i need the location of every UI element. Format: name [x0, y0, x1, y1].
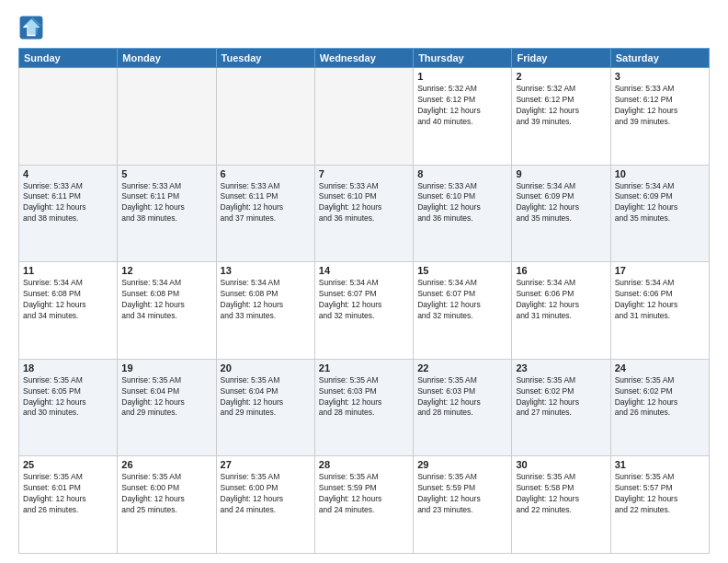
day-info: Sunrise: 5:34 AM Sunset: 6:06 PM Dayligh…: [615, 278, 705, 322]
day-number: 10: [615, 168, 705, 179]
calendar-cell: 8Sunrise: 5:33 AM Sunset: 6:10 PM Daylig…: [414, 165, 512, 262]
day-number: 29: [417, 459, 507, 470]
calendar-cell: [19, 68, 118, 166]
day-info: Sunrise: 5:35 AM Sunset: 6:02 PM Dayligh…: [516, 375, 606, 419]
day-number: 30: [516, 459, 606, 470]
day-number: 3: [615, 71, 705, 82]
column-headers: SundayMondayTuesdayWednesdayThursdayFrid…: [19, 49, 710, 68]
day-info: Sunrise: 5:34 AM Sunset: 6:08 PM Dayligh…: [23, 278, 113, 322]
column-header-tuesday: Tuesday: [216, 49, 314, 68]
day-number: 13: [221, 265, 311, 276]
calendar-cell: [314, 68, 413, 166]
day-info: Sunrise: 5:35 AM Sunset: 6:04 PM Dayligh…: [121, 375, 211, 419]
calendar-cell: 9Sunrise: 5:34 AM Sunset: 6:09 PM Daylig…: [512, 165, 610, 262]
day-number: 24: [615, 362, 705, 373]
column-header-sunday: Sunday: [19, 49, 118, 68]
day-number: 2: [516, 71, 606, 82]
day-info: Sunrise: 5:33 AM Sunset: 6:10 PM Dayligh…: [417, 181, 507, 225]
page: SundayMondayTuesdayWednesdayThursdayFrid…: [0, 0, 728, 563]
day-info: Sunrise: 5:34 AM Sunset: 6:08 PM Dayligh…: [121, 278, 211, 322]
week-row-4: 18Sunrise: 5:35 AM Sunset: 6:05 PM Dayli…: [19, 359, 710, 456]
calendar-cell: 24Sunrise: 5:35 AM Sunset: 6:02 PM Dayli…: [610, 359, 709, 456]
calendar-cell: 18Sunrise: 5:35 AM Sunset: 6:05 PM Dayli…: [19, 359, 118, 456]
calendar-cell: 31Sunrise: 5:35 AM Sunset: 5:57 PM Dayli…: [610, 456, 709, 554]
week-row-3: 11Sunrise: 5:34 AM Sunset: 6:08 PM Dayli…: [19, 262, 710, 360]
day-info: Sunrise: 5:35 AM Sunset: 6:03 PM Dayligh…: [319, 375, 409, 419]
calendar-cell: 1Sunrise: 5:32 AM Sunset: 6:12 PM Daylig…: [414, 68, 512, 166]
calendar-cell: 29Sunrise: 5:35 AM Sunset: 5:59 PM Dayli…: [414, 456, 512, 554]
calendar-cell: 30Sunrise: 5:35 AM Sunset: 5:58 PM Dayli…: [512, 456, 610, 554]
day-info: Sunrise: 5:33 AM Sunset: 6:11 PM Dayligh…: [121, 181, 211, 225]
calendar-cell: 12Sunrise: 5:34 AM Sunset: 6:08 PM Dayli…: [118, 262, 216, 360]
day-number: 25: [23, 459, 113, 470]
day-number: 7: [319, 168, 409, 179]
day-info: Sunrise: 5:35 AM Sunset: 6:04 PM Dayligh…: [221, 375, 311, 419]
day-info: Sunrise: 5:35 AM Sunset: 6:02 PM Dayligh…: [615, 375, 705, 419]
column-header-saturday: Saturday: [610, 49, 709, 68]
day-number: 22: [417, 362, 507, 373]
calendar-cell: 25Sunrise: 5:35 AM Sunset: 6:01 PM Dayli…: [19, 456, 118, 554]
week-row-2: 4Sunrise: 5:33 AM Sunset: 6:11 PM Daylig…: [19, 165, 710, 262]
day-number: 15: [417, 265, 507, 276]
day-number: 12: [121, 265, 211, 276]
calendar-cell: 17Sunrise: 5:34 AM Sunset: 6:06 PM Dayli…: [610, 262, 709, 360]
day-info: Sunrise: 5:35 AM Sunset: 6:05 PM Dayligh…: [23, 375, 113, 419]
day-number: 8: [417, 168, 507, 179]
day-number: 23: [516, 362, 606, 373]
day-info: Sunrise: 5:33 AM Sunset: 6:12 PM Dayligh…: [615, 84, 705, 128]
day-number: 16: [516, 265, 606, 276]
day-info: Sunrise: 5:34 AM Sunset: 6:06 PM Dayligh…: [516, 278, 606, 322]
day-info: Sunrise: 5:33 AM Sunset: 6:10 PM Dayligh…: [319, 181, 409, 225]
calendar-table: SundayMondayTuesdayWednesdayThursdayFrid…: [18, 48, 710, 554]
calendar-cell: 28Sunrise: 5:35 AM Sunset: 5:59 PM Dayli…: [314, 456, 413, 554]
calendar-cell: 19Sunrise: 5:35 AM Sunset: 6:04 PM Dayli…: [118, 359, 216, 456]
day-number: 6: [221, 168, 311, 179]
day-number: 21: [319, 362, 409, 373]
day-info: Sunrise: 5:33 AM Sunset: 6:11 PM Dayligh…: [23, 181, 113, 225]
header: [18, 15, 710, 40]
calendar-cell: 2Sunrise: 5:32 AM Sunset: 6:12 PM Daylig…: [512, 68, 610, 166]
day-number: 4: [23, 168, 113, 179]
day-info: Sunrise: 5:33 AM Sunset: 6:11 PM Dayligh…: [221, 181, 311, 225]
day-info: Sunrise: 5:35 AM Sunset: 6:03 PM Dayligh…: [417, 375, 507, 419]
week-row-5: 25Sunrise: 5:35 AM Sunset: 6:01 PM Dayli…: [19, 456, 710, 554]
day-info: Sunrise: 5:32 AM Sunset: 6:12 PM Dayligh…: [516, 84, 606, 128]
calendar-cell: [216, 68, 314, 166]
day-info: Sunrise: 5:34 AM Sunset: 6:08 PM Dayligh…: [221, 278, 311, 322]
calendar-cell: 21Sunrise: 5:35 AM Sunset: 6:03 PM Dayli…: [314, 359, 413, 456]
week-row-1: 1Sunrise: 5:32 AM Sunset: 6:12 PM Daylig…: [19, 68, 710, 166]
logo: [18, 15, 48, 40]
calendar-cell: [118, 68, 216, 166]
calendar-cell: 3Sunrise: 5:33 AM Sunset: 6:12 PM Daylig…: [610, 68, 709, 166]
day-number: 19: [121, 362, 211, 373]
calendar-cell: 15Sunrise: 5:34 AM Sunset: 6:07 PM Dayli…: [414, 262, 512, 360]
day-info: Sunrise: 5:35 AM Sunset: 5:58 PM Dayligh…: [516, 472, 606, 516]
calendar-cell: 10Sunrise: 5:34 AM Sunset: 6:09 PM Dayli…: [610, 165, 709, 262]
calendar-cell: 14Sunrise: 5:34 AM Sunset: 6:07 PM Dayli…: [314, 262, 413, 360]
day-number: 9: [516, 168, 606, 179]
day-number: 31: [615, 459, 705, 470]
calendar-cell: 16Sunrise: 5:34 AM Sunset: 6:06 PM Dayli…: [512, 262, 610, 360]
calendar-cell: 13Sunrise: 5:34 AM Sunset: 6:08 PM Dayli…: [216, 262, 314, 360]
calendar-cell: 6Sunrise: 5:33 AM Sunset: 6:11 PM Daylig…: [216, 165, 314, 262]
day-number: 17: [615, 265, 705, 276]
day-info: Sunrise: 5:35 AM Sunset: 5:57 PM Dayligh…: [615, 472, 705, 516]
calendar-cell: 20Sunrise: 5:35 AM Sunset: 6:04 PM Dayli…: [216, 359, 314, 456]
calendar-cell: 27Sunrise: 5:35 AM Sunset: 6:00 PM Dayli…: [216, 456, 314, 554]
calendar-cell: 4Sunrise: 5:33 AM Sunset: 6:11 PM Daylig…: [19, 165, 118, 262]
day-info: Sunrise: 5:34 AM Sunset: 6:09 PM Dayligh…: [615, 181, 705, 225]
day-info: Sunrise: 5:35 AM Sunset: 5:59 PM Dayligh…: [319, 472, 409, 516]
day-number: 18: [23, 362, 113, 373]
calendar-body: 1Sunrise: 5:32 AM Sunset: 6:12 PM Daylig…: [19, 68, 710, 554]
day-number: 14: [319, 265, 409, 276]
day-number: 1: [417, 71, 507, 82]
logo-icon: [18, 15, 44, 40]
calendar-cell: 7Sunrise: 5:33 AM Sunset: 6:10 PM Daylig…: [314, 165, 413, 262]
day-info: Sunrise: 5:32 AM Sunset: 6:12 PM Dayligh…: [417, 84, 507, 128]
column-header-monday: Monday: [118, 49, 216, 68]
calendar-cell: 11Sunrise: 5:34 AM Sunset: 6:08 PM Dayli…: [19, 262, 118, 360]
column-header-friday: Friday: [512, 49, 610, 68]
day-info: Sunrise: 5:34 AM Sunset: 6:09 PM Dayligh…: [516, 181, 606, 225]
day-info: Sunrise: 5:35 AM Sunset: 6:00 PM Dayligh…: [121, 472, 211, 516]
calendar-cell: 5Sunrise: 5:33 AM Sunset: 6:11 PM Daylig…: [118, 165, 216, 262]
